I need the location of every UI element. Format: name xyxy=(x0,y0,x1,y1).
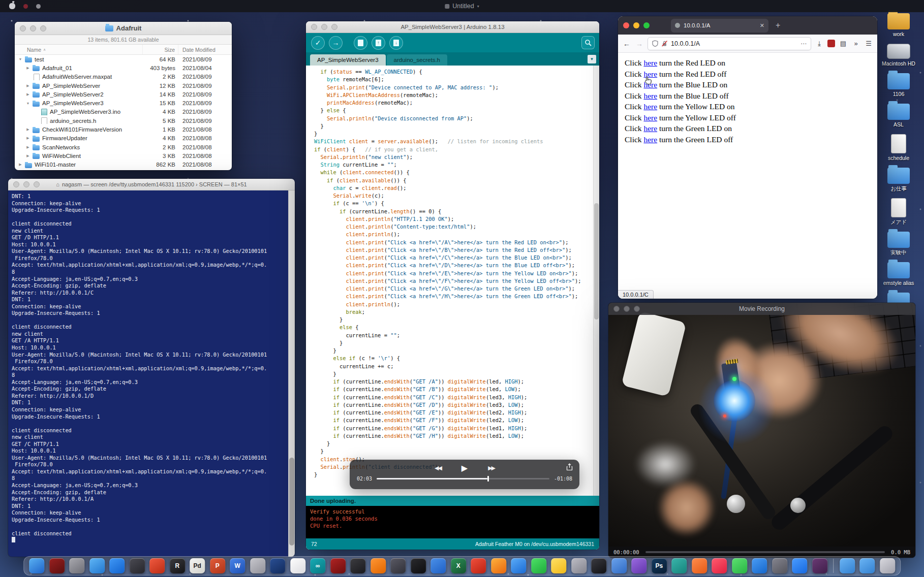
dock-icon-red-app[interactable] xyxy=(149,558,165,573)
finder-row[interactable]: ▶Adafruit_01403 bytes2021/08/04 xyxy=(15,63,232,72)
finder-row[interactable]: ▶WiFiWebClient3 KB2021/08/08 xyxy=(15,151,232,160)
dock-icon-orange-app[interactable] xyxy=(692,558,707,573)
arduino-titlebar[interactable]: AP_SimpleWebServer3 | Arduino 1.8.13 xyxy=(306,21,599,33)
dock-icon-gray-app[interactable] xyxy=(250,558,265,573)
url-text[interactable]: 10.0.0.1/A xyxy=(671,40,797,47)
dock-icon-utilities[interactable] xyxy=(130,558,145,573)
column-header-date[interactable]: Date Modified xyxy=(178,45,232,54)
library-icon[interactable]: ▤ xyxy=(839,40,848,47)
back-button[interactable]: ← xyxy=(622,40,631,48)
close-button[interactable] xyxy=(20,25,26,31)
rewind-button[interactable]: ◀◀ xyxy=(435,465,441,471)
dock-icon-slack[interactable] xyxy=(812,558,827,573)
finder-row[interactable]: ▶WiFi101-master862 KB2021/08/08 xyxy=(15,161,232,169)
dock-icon-excel[interactable]: X xyxy=(451,558,466,573)
led-control-link[interactable]: here xyxy=(643,58,657,67)
minimize-button[interactable] xyxy=(633,22,639,28)
zoom-button[interactable] xyxy=(34,181,40,187)
desktop-icon-emstyle-alias[interactable]: emstyle alias xyxy=(875,262,922,286)
dock-icon-purple-app[interactable] xyxy=(631,558,646,573)
disclosure-triangle-icon[interactable]: ▶ xyxy=(25,66,30,70)
finder-row[interactable]: ▶CheckWifi101FirmwareVersion1 KB2021/08/… xyxy=(15,125,232,134)
overflow-chevron-icon[interactable]: » xyxy=(851,40,860,47)
menu-hamburger-icon[interactable]: ☰ xyxy=(864,40,873,47)
download-icon[interactable]: ⤓ xyxy=(815,40,824,48)
dock-icon-capture[interactable] xyxy=(411,558,426,573)
dock-icon-notes[interactable] xyxy=(551,558,566,573)
open-sketch-button[interactable]: ↑ xyxy=(372,36,385,50)
dock-icon-powerpoint[interactable]: P xyxy=(210,558,225,573)
verify-button[interactable]: ✓ xyxy=(311,36,325,50)
led-control-link[interactable]: here xyxy=(643,102,657,111)
column-header-name[interactable]: Name ∧ xyxy=(15,45,143,54)
share-button[interactable] xyxy=(566,463,573,473)
dock-icon-dark-app[interactable] xyxy=(350,558,365,573)
column-header-size[interactable]: Size xyxy=(143,45,178,54)
desktop-icon-asl[interactable]: ASL xyxy=(875,104,922,127)
terminal-titlebar[interactable]: ⌂ nagasm — screen /dev/tty.usbmodem14633… xyxy=(8,179,295,190)
zoom-button[interactable] xyxy=(40,25,46,31)
dock-icon-teal-app[interactable] xyxy=(671,558,687,573)
scrollbar-thumb[interactable] xyxy=(289,458,294,546)
new-tab-button[interactable]: + xyxy=(776,21,780,30)
finder-row[interactable]: AP_SimpleWebServer3.ino4 KB2021/08/09 xyxy=(15,108,232,116)
close-button[interactable] xyxy=(613,306,620,312)
finder-row[interactable]: ▶AP_SimpleWebServer12 KB2021/08/09 xyxy=(15,81,232,90)
url-bar[interactable]: 10.0.0.1/A ⋯ xyxy=(648,37,811,50)
dock-icon-safari[interactable] xyxy=(511,558,526,573)
terminal-scrollbar[interactable] xyxy=(288,190,295,557)
desktop-icon-work[interactable]: work xyxy=(875,13,922,37)
finder-row[interactable]: ▶ScanNetworks2 KB2021/08/08 xyxy=(15,143,232,151)
desktop-icon--[interactable]: メアド xyxy=(875,198,922,225)
dock-icon-arduino[interactable]: ∞ xyxy=(310,558,325,573)
close-button[interactable] xyxy=(311,24,317,30)
dock-icon-screen-recorder[interactable] xyxy=(49,558,65,573)
scrollbar-thumb[interactable] xyxy=(594,203,599,319)
disclosure-triangle-icon[interactable]: ▶ xyxy=(25,84,30,88)
scrubber-playhead[interactable] xyxy=(487,476,489,482)
close-button[interactable] xyxy=(623,22,629,28)
dock-icon-photos[interactable] xyxy=(290,558,305,573)
disclosure-triangle-icon[interactable]: ▼ xyxy=(18,57,23,61)
ublock-shield-icon[interactable] xyxy=(827,40,835,47)
dock-icon-messages[interactable] xyxy=(531,558,546,573)
dock-icon-vlc[interactable] xyxy=(371,558,386,573)
desktop-icon-1106[interactable]: 1106 xyxy=(875,73,922,97)
finder-row[interactable]: ▼test64 KB2021/08/09 xyxy=(15,55,232,63)
disclosure-triangle-icon[interactable]: ▶ xyxy=(25,145,30,149)
minimize-button[interactable] xyxy=(30,25,36,31)
desktop-icon--[interactable]: 実験中 xyxy=(875,232,922,255)
led-control-link[interactable]: here xyxy=(643,91,657,100)
led-control-link[interactable]: here xyxy=(643,113,657,122)
window-title-menu[interactable]: Untitled ▾ xyxy=(445,3,479,10)
disclosure-triangle-icon[interactable]: ▶ xyxy=(25,92,30,97)
dock-icon-trash[interactable] xyxy=(880,558,895,573)
tab-secrets[interactable]: arduino_secrets.h xyxy=(387,54,447,66)
dock-icon-navy-app[interactable] xyxy=(270,558,285,573)
dock-icon-adobe[interactable] xyxy=(330,558,346,573)
dock-icon-word[interactable]: W xyxy=(230,558,245,573)
tab-menu-button[interactable]: ▼ xyxy=(588,55,596,63)
menu-extra-recording-icon[interactable] xyxy=(23,4,28,9)
forward-button[interactable]: → xyxy=(635,40,644,48)
code-editor[interactable]: if (status == WL_AP_CONNECTED) { byte re… xyxy=(306,66,593,496)
close-button[interactable] xyxy=(13,181,19,187)
serial-monitor-button[interactable] xyxy=(581,36,595,49)
finder-row[interactable]: ▶AP_SimpleWebServer214 KB2021/08/09 xyxy=(15,90,232,99)
desktop-icon-schedule[interactable]: schedule xyxy=(875,134,922,161)
finder-row[interactable]: AdafruitWebServer.maxpat2 KB2021/08/09 xyxy=(15,73,232,81)
play-button[interactable]: ▶ xyxy=(461,463,468,473)
dock-icon-rhino[interactable]: R xyxy=(170,558,185,573)
dock-icon-puredata[interactable]: Pd xyxy=(190,558,205,573)
finder-row[interactable]: arduino_secrets.h5 KB2021/08/09 xyxy=(15,116,232,125)
tab-close-icon[interactable]: ✕ xyxy=(760,22,764,29)
fast-forward-button[interactable]: ▶▶ xyxy=(488,465,495,471)
dock-icon-mail[interactable] xyxy=(109,558,125,573)
dock-icon-preview[interactable] xyxy=(89,558,105,573)
scrubber-track[interactable] xyxy=(377,478,549,479)
led-control-link[interactable]: here xyxy=(643,124,657,133)
dock-icon-music[interactable] xyxy=(712,558,727,573)
disclosure-triangle-icon[interactable]: ▶ xyxy=(25,127,30,132)
dock-icon-photoshop[interactable]: Ps xyxy=(652,558,667,573)
dock-icon-maps[interactable] xyxy=(732,558,747,573)
